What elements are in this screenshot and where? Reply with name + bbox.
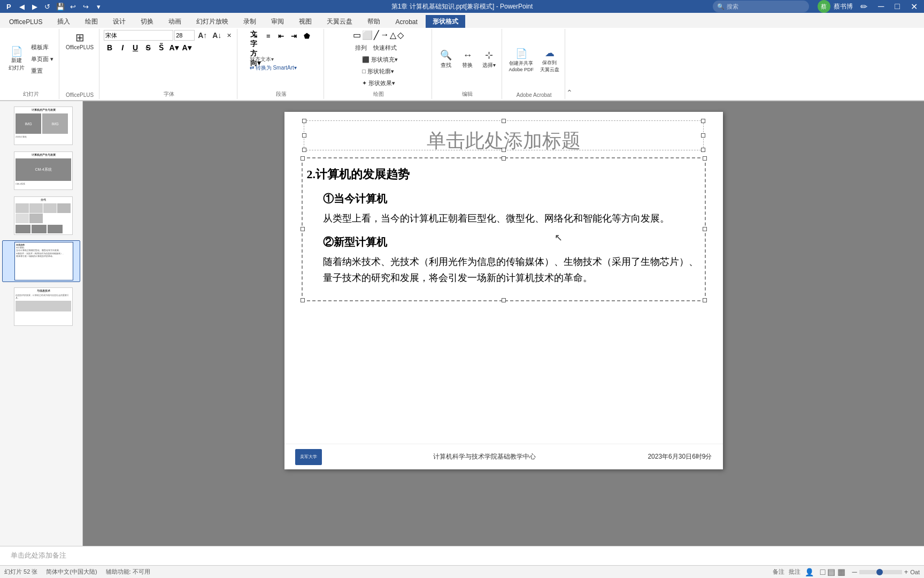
shape-line[interactable]: ╱ xyxy=(374,30,379,40)
tab-insert[interactable]: 插入 xyxy=(50,15,77,28)
shape-outline-btn[interactable]: □ 形状轮廓▾ xyxy=(360,66,400,77)
zoom-out-btn[interactable]: ─ xyxy=(852,568,857,576)
template-btn[interactable]: 模板库 xyxy=(29,42,56,53)
user-icon[interactable]: 👤 xyxy=(805,568,814,576)
comment-btn[interactable]: 备注 xyxy=(773,568,784,576)
replace-btn[interactable]: ↔ 替换 xyxy=(458,49,477,70)
tab-record[interactable]: 录制 xyxy=(236,15,263,28)
clear-format-btn[interactable]: ✕ xyxy=(225,30,234,41)
officeplus-btn[interactable]: ⊞ OfficePLUS xyxy=(64,30,96,51)
select-btn[interactable]: ⊹ 选择▾ xyxy=(479,48,498,70)
slide-preview-2: 计算机的产生与发展 CM-4系统 CM-4系系 xyxy=(14,151,73,190)
font-group-label: 字体 xyxy=(164,89,174,98)
tab-shape-format[interactable]: 形状格式 xyxy=(426,15,465,28)
slide-thumb-3[interactable]: 分代 xyxy=(2,195,80,236)
tab-draw[interactable]: 绘图 xyxy=(78,15,105,28)
tab-transition[interactable]: 切换 xyxy=(134,15,160,28)
shape-fill-btn[interactable]: ⬛ 形状填充▾ xyxy=(360,54,400,65)
font-name-input[interactable] xyxy=(104,30,173,41)
italic-btn[interactable]: I xyxy=(117,42,128,54)
user-area[interactable]: 蔡 蔡书博 xyxy=(818,0,853,13)
save-button[interactable]: 💾 xyxy=(55,1,66,12)
reading-view-btn[interactable]: ▦ xyxy=(837,567,845,577)
arrange-btn[interactable]: 排列 xyxy=(353,42,369,53)
shape-oval[interactable]: ⬜ xyxy=(362,30,373,40)
increase-font-btn[interactable]: A↑ xyxy=(196,30,209,41)
find-btn[interactable]: 🔍 查找 xyxy=(436,48,456,70)
slide-title[interactable]: 单击此处添加标题 xyxy=(284,112,723,159)
tab-help[interactable]: 帮助 xyxy=(360,15,387,28)
shape-arrow[interactable]: → xyxy=(380,30,389,40)
undo-button[interactable]: ↩ xyxy=(68,1,79,12)
quickstyle-btn[interactable]: 快速样式 xyxy=(371,42,399,53)
text-direction-btn[interactable]: 文字方向▾ xyxy=(250,43,261,55)
indent-decrease-btn[interactable]: ⇤ xyxy=(275,30,287,42)
notes-area[interactable]: 单击此处添加备注 xyxy=(0,546,924,565)
window-close[interactable]: ✕ xyxy=(907,2,921,12)
tab-view[interactable]: 视图 xyxy=(292,15,319,28)
shape-effect-btn[interactable]: ✦ 形状效果▾ xyxy=(360,78,400,88)
window-minimize[interactable]: ─ xyxy=(875,2,887,11)
slide-thumb-2[interactable]: 计算机的产生与发展 CM-4系统 CM-4系系 xyxy=(2,150,80,191)
tab-design[interactable]: 设计 xyxy=(106,15,133,28)
refresh-button[interactable]: ↺ xyxy=(42,1,53,12)
back-button[interactable]: ◀ xyxy=(17,1,27,12)
reset-btn[interactable]: 重置 xyxy=(29,66,56,77)
zoom-control[interactable]: ─ + Oat xyxy=(852,568,920,576)
user-name: 蔡书博 xyxy=(834,2,853,11)
statusbar: 幻灯片 52 张 简体中文(中国大陆) 辅助功能: 不可用 备注 批注 👤 □ … xyxy=(0,565,924,578)
shape-more[interactable]: △ xyxy=(390,30,396,40)
slide-sorter-btn[interactable]: ▤ xyxy=(827,567,835,577)
slide-editor[interactable]: 单击此处添加标题 xyxy=(83,101,924,546)
smartart-btn[interactable]: ⬟ xyxy=(301,30,313,42)
language-indicator[interactable]: 简体中文(中国大陆) xyxy=(46,568,97,576)
slide-body[interactable]: 2.计算机的发展趋势 ①当今计算机 从类型上看，当今的计算机正朝着巨型化、微型化… xyxy=(304,159,704,299)
shape-callout[interactable]: ◇ xyxy=(397,30,404,40)
create-share-adobe-btn[interactable]: 📄 创建并共享Adobe PDF xyxy=(506,47,536,73)
zoom-in-btn[interactable]: + xyxy=(904,568,908,576)
layout-btn[interactable]: 单页面 ▾ xyxy=(29,54,56,65)
tab-review[interactable]: 审阅 xyxy=(264,15,291,28)
zoom-level[interactable]: Oat xyxy=(910,569,920,575)
search-icon: 🔍 xyxy=(717,3,725,10)
app-logo: P xyxy=(3,3,14,11)
review-btn[interactable]: 批注 xyxy=(789,568,800,576)
highlight-btn[interactable]: A▾ xyxy=(181,42,192,54)
fontcolor-btn[interactable]: A▾ xyxy=(168,42,180,54)
search-bar[interactable]: 🔍 搜索 xyxy=(713,1,809,12)
slide-thumb-5[interactable]: 与信息技术 信息技术的发展，计算机已经成为现代信息社会的重要工具。 xyxy=(2,286,80,327)
tab-cloud[interactable]: 天翼云盘 xyxy=(320,15,359,28)
slide-thumb-1[interactable]: 计算机的产生与发展 IMG IMG 2345计算机 xyxy=(2,105,80,146)
strikethrough-btn[interactable]: S xyxy=(142,42,154,54)
ribbon-collapse-btn[interactable]: ⌃ xyxy=(566,29,573,99)
ribbon-content: 📄 新建幻灯片 模板库 单页面 ▾ 重置 幻灯片 ⊞ OfficePLUS Of… xyxy=(0,28,924,101)
redo-button[interactable]: ↪ xyxy=(81,1,91,12)
pen-icon[interactable]: ✏ xyxy=(857,2,871,12)
bold-btn[interactable]: B xyxy=(104,42,116,54)
main-area: 计算机的产生与发展 IMG IMG 2345计算机 计算机的产生与发展 CM-4… xyxy=(0,101,924,546)
convert-smartart-btn[interactable]: ⇄ 转换为 SmartArt▾ xyxy=(250,64,297,72)
window-restore[interactable]: □ xyxy=(891,2,903,11)
indent-increase-btn[interactable]: ⇥ xyxy=(288,30,300,42)
slide-thumb-4[interactable]: 发展趋势 ⊕计算机:当今计算机正朝着巨型化、微型化等方向发展。 ⊕新技术：光技术… xyxy=(2,240,80,282)
forward-button[interactable]: ▶ xyxy=(29,1,40,12)
edit-group-label: 编辑 xyxy=(462,89,473,98)
tab-animation[interactable]: 动画 xyxy=(161,15,188,28)
save-cloud-btn[interactable]: ☁ 保存到天翼云盘 xyxy=(538,46,561,74)
shape-rect[interactable]: ▭ xyxy=(353,30,361,40)
new-slide-button[interactable]: 📄 新建幻灯片 xyxy=(6,45,27,73)
font-size-input[interactable] xyxy=(174,30,195,41)
paragraph-group-label: 段落 xyxy=(276,89,287,98)
sub2-heading: ②新型计算机 xyxy=(323,233,700,250)
slide-content[interactable]: 单击此处添加标题 xyxy=(284,112,723,444)
tab-officeplus[interactable]: OfficePLUS xyxy=(2,15,49,28)
underline-btn[interactable]: U xyxy=(129,42,141,54)
list-number-btn[interactable]: ≡ xyxy=(263,30,274,42)
decrease-font-btn[interactable]: A↓ xyxy=(210,30,224,41)
shadow-btn[interactable]: S̈ xyxy=(155,42,167,54)
qat-more-button[interactable]: ▾ xyxy=(94,1,104,12)
tab-acrobat[interactable]: Acrobat xyxy=(388,15,424,28)
zoom-slider[interactable] xyxy=(859,570,902,574)
normal-view-btn[interactable]: □ xyxy=(820,567,826,577)
tab-slideshow[interactable]: 幻灯片放映 xyxy=(189,15,235,28)
